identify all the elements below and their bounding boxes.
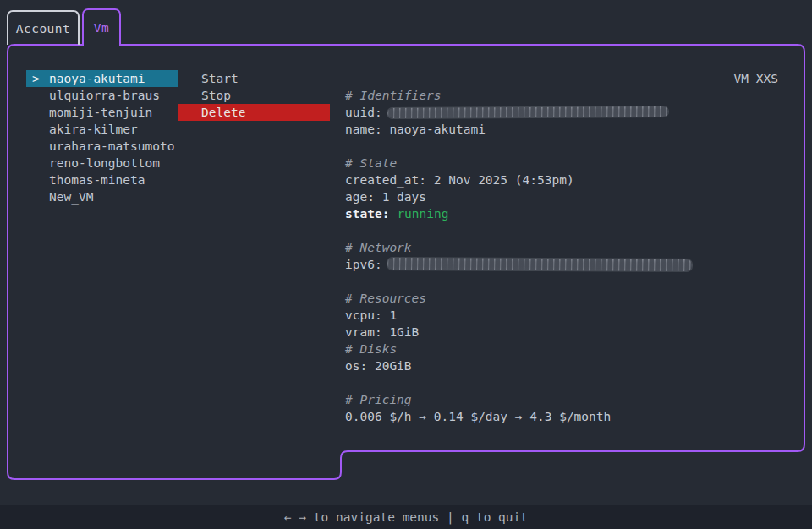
blank-row [345, 374, 805, 391]
vm-details-panel: VM XXS # Identifiers uuid: name: naoya-a… [345, 70, 805, 425]
ipv6-redacted-value [387, 258, 692, 271]
vm-list-item[interactable]: momiji-tenjuin [26, 104, 178, 121]
vram-line: vram: 1GiB [345, 324, 805, 341]
tab-account[interactable]: Account [7, 10, 80, 45]
uuid-redacted-value [387, 106, 668, 118]
vm-name: reno-longbottom [49, 156, 160, 170]
vm-list-item[interactable]: >naoya-akutami [26, 70, 178, 87]
footer-help-bar: ← → to navigate menus | q to quit [0, 505, 812, 529]
selected-arrow-icon: > [32, 70, 49, 87]
tab-vm[interactable]: Vm [82, 8, 121, 45]
vm-name: thomas-mineta [49, 173, 145, 187]
vm-name: ulquiorra-braus [49, 89, 160, 102]
vm-name: New_VM [49, 190, 93, 204]
vm-list-item[interactable]: urahara-matsumoto [26, 138, 178, 155]
vm-list-item[interactable]: ulquiorra-braus [26, 87, 178, 104]
vm-list-item[interactable]: akira-kilmer [26, 121, 178, 138]
name-line: name: naoya-akutami [345, 121, 805, 138]
vcpu-line: vcpu: 1 [345, 307, 805, 324]
vm-name: akira-kilmer [49, 123, 138, 136]
vm-action-label: Start [201, 72, 239, 85]
ipv6-line: ipv6: [345, 256, 805, 273]
resources-header: # Resources [345, 290, 805, 307]
blank-row [345, 273, 805, 290]
disks-header: # Disks [345, 341, 805, 357]
created-at-line: created_at: 2 Nov 2025 (4:53pm) [345, 172, 805, 188]
ipv6-label: ipv6: [345, 258, 382, 271]
os-disk-line: os: 20GiB [345, 357, 805, 374]
vm-action-item[interactable]: Start [178, 70, 330, 87]
blank-row [345, 222, 805, 239]
footer-hint: ← → to navigate menus | q to quit [284, 510, 528, 524]
vm-action-item[interactable]: Stop [178, 87, 330, 104]
tab-vm-label: Vm [94, 21, 109, 35]
state-header: # State [345, 155, 805, 172]
pricing-header: # Pricing [345, 391, 805, 408]
network-header: # Network [345, 239, 805, 256]
vm-list-item[interactable]: New_VM [26, 188, 178, 205]
vm-list-item[interactable]: thomas-mineta [26, 172, 178, 188]
vm-name: urahara-matsumoto [49, 139, 174, 153]
vm-action-label: Stop [201, 89, 231, 102]
blank-row [345, 138, 805, 155]
tab-account-label: Account [16, 22, 71, 35]
uuid-line: uuid: [345, 104, 805, 121]
uuid-label: uuid: [345, 106, 382, 119]
vm-list: >naoya-akutami ulquiorra-braus momiji-te… [26, 70, 178, 205]
vm-action-item[interactable]: Delete [178, 104, 330, 121]
identifiers-header: # Identifiers [345, 87, 805, 104]
vm-size-badge: VM XXS [345, 70, 805, 87]
vm-action-menu: Start Stop Delete [178, 70, 330, 121]
age-line: age: 1 days [345, 188, 805, 205]
vm-action-label: Delete [201, 106, 245, 119]
state-line: state:running [345, 205, 805, 222]
vm-list-item[interactable]: reno-longbottom [26, 155, 178, 172]
state-label: state: [345, 207, 389, 221]
state-value: running [397, 207, 448, 221]
vm-name: momiji-tenjuin [49, 106, 152, 119]
pricing-line: 0.006 $/h → 0.14 $/day → 4.3 $/month [345, 408, 805, 425]
vm-name: naoya-akutami [49, 72, 145, 85]
